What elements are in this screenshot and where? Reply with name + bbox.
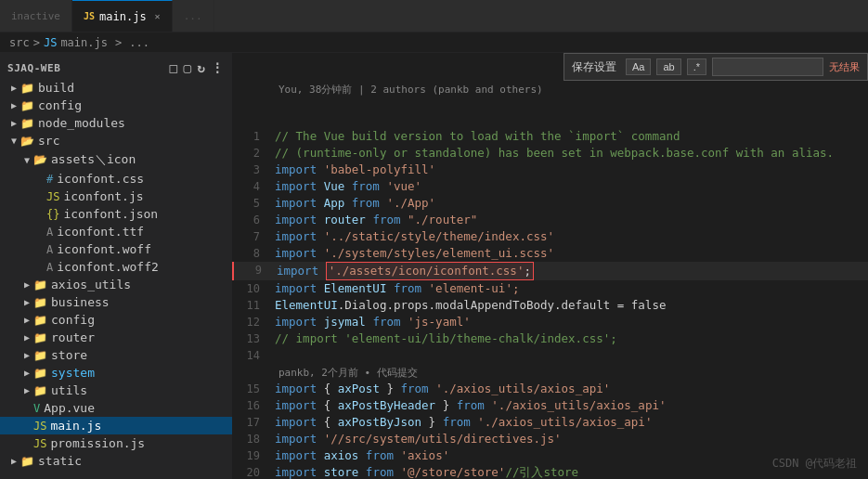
sidebar-item-label: axios_utils [51,278,225,291]
line-number: 17 [232,414,271,431]
arrow-icon: ▶ [20,279,33,290]
commit-text: pankb, 2个月前 • 代码提交 [232,366,418,380]
tab-inactive-1[interactable]: inactive [0,0,72,32]
sidebar-item-config[interactable]: ▶ 📁 config [0,97,232,114]
line-content: import router from "./router" [271,212,868,228]
arrow-icon: ▶ [7,456,20,466]
code-line: 16 import { axPostByHeader } from './axi… [232,397,868,414]
code-container[interactable]: 1 // The Vue build version to load with … [232,100,868,479]
line-number: 15 [232,381,271,397]
code-line: 10 import ElementUI from 'element-ui'; [232,280,868,297]
code-line: 7 import '../static/style/theme/index.cs… [232,228,868,245]
sidebar-item-label: iconfont.css [57,172,225,186]
folder-icon: 📁 [33,384,47,397]
breadcrumb-ellipsis: ... [129,36,149,49]
sidebar-item-assets-icon[interactable]: ▼ 📂 assets＼icon [0,149,232,170]
sidebar-item-iconfont-js[interactable]: JS iconfont.js [0,188,232,205]
json-file-icon: {} [46,208,59,221]
collapse-icon[interactable]: ⋮ [211,60,225,75]
code-line: 6 import router from "./router" [232,212,868,228]
regex-btn[interactable]: .* [687,58,706,75]
sidebar-item-iconfont-ttf[interactable]: A iconfont.ttf [0,223,232,240]
line-content: import { axPostByHeader } from './axios_… [271,397,868,414]
sidebar-item-label: App.vue [44,401,225,415]
new-folder-icon[interactable]: ▢ [183,60,191,75]
sidebar-item-src[interactable]: ▼ 📂 src [0,132,232,149]
sidebar-item-router[interactable]: ▶ 📁 router [0,329,232,346]
sidebar-item-label: utils [51,383,225,397]
line-content: import { axPostByJson } from './axios_ut… [271,414,868,431]
folder-open-icon: 📂 [33,153,47,166]
sidebar-item-business[interactable]: ▶ 📁 business [0,293,232,311]
sidebar-item-label: assets＼icon [51,151,225,168]
sidebar-item-iconfont-woff[interactable]: A iconfont.woff [0,240,232,258]
sidebar-item-label: iconfont.ttf [57,225,225,239]
search-bar: 保存设置 Aa ab .* 无结果 [564,53,868,81]
line-number: 13 [232,330,271,347]
arrow-icon: ▶ [20,385,33,395]
sidebar-item-iconfont-css[interactable]: # iconfont.css [0,170,232,188]
arrow-icon: ▶ [20,368,33,378]
line-number: 3 [232,162,271,178]
sidebar-item-system[interactable]: ▶ 📁 system [0,364,232,382]
ttf-file-icon: A [46,226,53,239]
sidebar-item-axios-utils[interactable]: ▶ 📁 axios_utils [0,276,232,293]
line-number: 20 [232,464,271,479]
folder-icon: 📁 [33,296,47,309]
js-file-icon: JS [33,437,46,450]
folder-icon: 📁 [33,331,47,344]
refresh-icon[interactable]: ↻ [197,60,205,75]
line-content: // (runtime-only or standalone) has been… [271,145,868,162]
js-file-icon: JS [33,420,46,433]
code-line: 3 import 'babel-polyfill' [232,162,868,178]
breadcrumb: src > JS main.js > ... [0,32,868,53]
code-line: 14 [232,347,868,364]
sidebar-item-app-vue[interactable]: V App.vue [0,399,232,417]
sidebar-item-label: router [51,330,225,344]
sidebar-item-label: src [38,134,225,148]
code-line: 4 import Vue from 'vue' [232,178,868,195]
tab-inactive-2[interactable]: ... [173,0,214,32]
tab-main-js[interactable]: JS main.js ✕ [72,0,173,32]
css-file-icon: # [46,173,53,186]
line-content: import App from './App' [271,195,868,212]
ab-btn[interactable]: ab [656,58,680,75]
arrow-icon: ▼ [20,155,33,165]
code-line: 11 ElementUI.Dialog.props.modalAppendToB… [232,297,868,314]
sidebar-item-static[interactable]: ▶ 📁 static [0,452,232,470]
no-result-label: 无结果 [829,60,860,74]
sidebar-item-main-js[interactable]: JS main.js [0,417,232,434]
line-content: // The Vue build version to load with th… [271,128,868,145]
sidebar-item-label: system [51,366,225,380]
arrow-icon: ▶ [20,315,33,325]
code-line-highlighted: 9 import './assets/icon/iconfont.css'; [232,262,868,280]
sidebar-item-store[interactable]: ▶ 📁 store [0,346,232,364]
search-input[interactable] [712,58,823,76]
sidebar-item-config2[interactable]: ▶ 📁 config [0,311,232,329]
line-number: 18 [232,431,271,447]
line-number: 6 [232,212,271,228]
sidebar-item-build[interactable]: ▶ 📁 build [0,79,232,97]
breadcrumb-src: src [9,36,30,49]
sidebar-item-promission-js[interactable]: JS promission.js [0,434,232,452]
arrow-icon: ▶ [20,297,33,307]
code-line: 2 // (runtime-only or standalone) has be… [232,145,868,162]
line-number: 9 [234,262,273,280]
aa-btn[interactable]: Aa [626,58,651,75]
line-number: 1 [232,128,271,145]
arrow-icon: ▶ [20,350,33,360]
folder-open-icon: 📂 [20,135,34,148]
sidebar-item-iconfont-woff2[interactable]: A iconfont.woff2 [0,258,232,276]
tab-bar: inactive JS main.js ✕ ... [0,0,868,32]
tab-close-icon[interactable]: ✕ [155,11,161,21]
watermark: CSDN @代码老祖 [772,456,857,472]
new-file-icon[interactable]: □ [169,60,177,75]
arrow-icon: ▶ [7,118,20,128]
sidebar-item-node-modules[interactable]: ▶ 📁 node_modules [0,114,232,132]
line-content: import ElementUI from 'element-ui'; [271,280,868,297]
sidebar-item-utils[interactable]: ▶ 📁 utils [0,382,232,399]
sidebar-item-iconfont-json[interactable]: {} iconfont.json [0,205,232,223]
line-content: import jsymal from 'js-yaml' [271,314,868,330]
folder-icon: 📁 [20,455,34,468]
line-content: import '//src/system/utils/directives.js… [271,431,868,447]
